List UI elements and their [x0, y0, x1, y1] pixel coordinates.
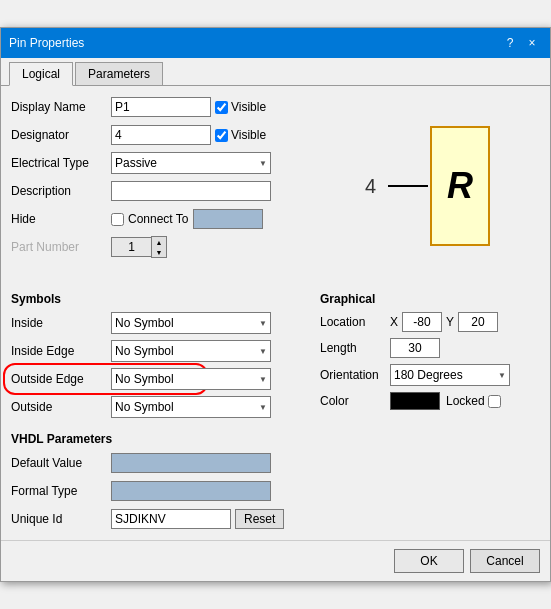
- description-row: Description: [11, 180, 370, 202]
- outside-select[interactable]: No Symbol: [111, 396, 271, 418]
- inside-edge-label: Inside Edge: [11, 344, 111, 358]
- orientation-select[interactable]: 0 Degrees 90 Degrees 180 Degrees 270 Deg…: [390, 364, 510, 386]
- display-name-row: Display Name Visible: [11, 96, 370, 118]
- pin-properties-dialog: Pin Properties ? × Logical Parameters Di…: [0, 27, 551, 582]
- outside-edge-row: Outside Edge No Symbol: [11, 368, 310, 390]
- spinner-buttons: ▲ ▼: [151, 236, 167, 258]
- inside-edge-select-wrapper: No Symbol: [111, 340, 271, 362]
- x-label: X: [390, 315, 398, 329]
- formal-type-row: Formal Type: [11, 480, 540, 502]
- inside-select[interactable]: No Symbol: [111, 312, 271, 334]
- tab-parameters[interactable]: Parameters: [75, 62, 163, 85]
- pin-number-preview: 4: [365, 175, 376, 198]
- designator-input[interactable]: [111, 125, 211, 145]
- vhdl-section: VHDL Parameters Default Value Formal Typ…: [1, 424, 550, 540]
- length-row: Length: [320, 338, 540, 358]
- default-value-label: Default Value: [11, 456, 111, 470]
- pin-line: [388, 185, 428, 187]
- vhdl-title: VHDL Parameters: [11, 432, 540, 446]
- location-row: Location X Y: [320, 312, 540, 332]
- inside-select-wrapper: No Symbol: [111, 312, 271, 334]
- x-input[interactable]: [402, 312, 442, 332]
- designator-label: Designator: [11, 128, 111, 142]
- outside-edge-label: Outside Edge: [11, 372, 111, 386]
- electrical-type-row: Electrical Type Passive Input Output: [11, 152, 370, 174]
- default-value-row: Default Value: [11, 452, 540, 474]
- display-name-visible-checkbox[interactable]: [215, 101, 228, 114]
- left-panel: Display Name Visible Designator Visible …: [11, 96, 370, 276]
- designator-visible-label: Visible: [215, 128, 266, 142]
- symbols-section: Symbols Inside No Symbol Inside Edge No …: [11, 292, 310, 424]
- connect-to-label: Connect To: [128, 212, 189, 226]
- dialog-title: Pin Properties: [9, 36, 84, 50]
- unique-id-row: Unique Id Reset: [11, 508, 540, 530]
- orientation-row: Orientation 0 Degrees 90 Degrees 180 Deg…: [320, 364, 540, 386]
- help-button[interactable]: ?: [500, 33, 520, 53]
- display-name-visible-label: Visible: [215, 100, 266, 114]
- length-input[interactable]: [390, 338, 440, 358]
- outside-edge-select[interactable]: No Symbol: [111, 368, 271, 390]
- color-label: Color: [320, 394, 390, 408]
- title-bar: Pin Properties ? ×: [1, 28, 550, 58]
- graphical-section: Graphical Location X Y Length Orientatio…: [320, 292, 540, 424]
- display-name-input[interactable]: [111, 97, 211, 117]
- connect-to-input[interactable]: [193, 209, 263, 229]
- location-label: Location: [320, 315, 390, 329]
- y-input[interactable]: [458, 312, 498, 332]
- y-label: Y: [446, 315, 454, 329]
- designator-visible-checkbox[interactable]: [215, 129, 228, 142]
- tab-bar: Logical Parameters: [1, 58, 550, 86]
- tab-logical[interactable]: Logical: [9, 62, 73, 86]
- inside-label: Inside: [11, 316, 111, 330]
- part-number-row: Part Number ▲ ▼: [11, 236, 370, 258]
- color-swatch[interactable]: [390, 392, 440, 410]
- hide-label: Hide: [11, 212, 111, 226]
- electrical-type-label: Electrical Type: [11, 156, 111, 170]
- location-xy: X Y: [390, 312, 498, 332]
- formal-type-input[interactable]: [111, 481, 271, 501]
- description-label: Description: [11, 184, 111, 198]
- main-sections: Symbols Inside No Symbol Inside Edge No …: [1, 286, 550, 424]
- ok-button[interactable]: OK: [394, 549, 464, 573]
- graphical-title: Graphical: [320, 292, 540, 306]
- spinner-down[interactable]: ▼: [152, 247, 166, 257]
- display-name-label: Display Name: [11, 100, 111, 114]
- hide-checkbox[interactable]: [111, 213, 124, 226]
- symbols-title: Symbols: [11, 292, 310, 306]
- component-preview: R: [430, 126, 490, 246]
- title-bar-buttons: ? ×: [500, 33, 542, 53]
- hide-row: Hide Connect To: [11, 208, 370, 230]
- length-label: Length: [320, 341, 390, 355]
- inside-edge-select[interactable]: No Symbol: [111, 340, 271, 362]
- part-number-label: Part Number: [11, 240, 111, 254]
- unique-id-label: Unique Id: [11, 512, 111, 526]
- default-value-input[interactable]: [111, 453, 271, 473]
- designator-row: Designator Visible: [11, 124, 370, 146]
- main-content: Display Name Visible Designator Visible …: [1, 86, 550, 286]
- electrical-type-select[interactable]: Passive Input Output: [111, 152, 271, 174]
- close-button[interactable]: ×: [522, 33, 542, 53]
- formal-type-label: Formal Type: [11, 484, 111, 498]
- color-row: Color Locked: [320, 392, 540, 410]
- orientation-label: Orientation: [320, 368, 390, 382]
- right-panel: 4 R: [380, 96, 540, 276]
- locked-label: Locked: [446, 394, 485, 408]
- locked-checkbox[interactable]: [488, 395, 501, 408]
- outside-select-wrapper: No Symbol: [111, 396, 271, 418]
- inside-edge-row: Inside Edge No Symbol: [11, 340, 310, 362]
- orientation-select-wrapper: 0 Degrees 90 Degrees 180 Degrees 270 Deg…: [390, 364, 510, 386]
- outside-label: Outside: [11, 400, 111, 414]
- dialog-footer: OK Cancel: [1, 540, 550, 581]
- preview-area: 4 R: [395, 96, 525, 276]
- inside-row: Inside No Symbol: [11, 312, 310, 334]
- part-number-input[interactable]: [111, 237, 151, 257]
- component-letter: R: [447, 165, 473, 207]
- spinner-up[interactable]: ▲: [152, 237, 166, 247]
- electrical-type-wrapper: Passive Input Output: [111, 152, 271, 174]
- part-number-spinner: ▲ ▼: [111, 236, 167, 258]
- unique-id-input[interactable]: [111, 509, 231, 529]
- reset-button[interactable]: Reset: [235, 509, 284, 529]
- cancel-button[interactable]: Cancel: [470, 549, 540, 573]
- outside-row: Outside No Symbol: [11, 396, 310, 418]
- description-input[interactable]: [111, 181, 271, 201]
